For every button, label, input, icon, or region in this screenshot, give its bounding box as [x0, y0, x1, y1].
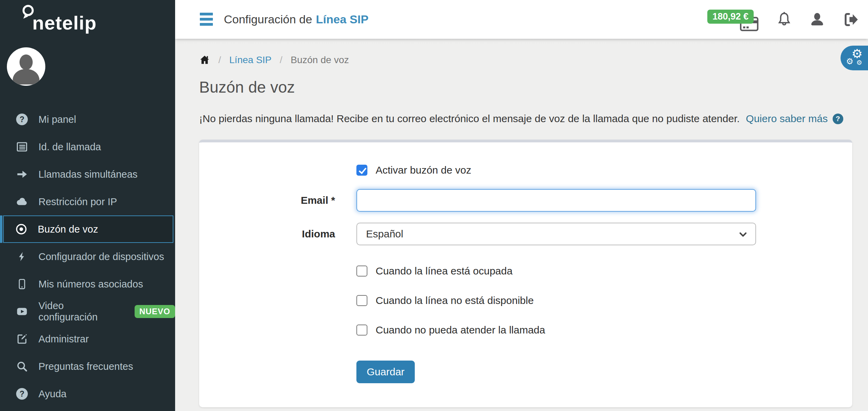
- topbar-title-accent: Línea SIP: [316, 13, 368, 26]
- sidebar-item-video-configuracion[interactable]: Video configuración NUEVO: [0, 298, 175, 325]
- sidebar-item-mis-numeros-asociados[interactable]: Mis números asociados: [0, 270, 175, 298]
- sidebar-item-ayuda[interactable]: ? Ayuda: [0, 380, 175, 408]
- sidebar: netelip ? Mi panel Id. de llamada: [0, 0, 175, 411]
- sidebar-item-administrar[interactable]: Administrar: [0, 325, 175, 353]
- save-button[interactable]: Guardar: [356, 361, 415, 383]
- sidebar-item-preguntas-frecuentes[interactable]: Preguntas frecuentes: [0, 353, 175, 380]
- sidebar-item-buzon-de-voz[interactable]: Buzón de voz: [3, 215, 173, 243]
- language-row: Idioma Español: [199, 223, 852, 245]
- sidebar-item-mi-panel[interactable]: ? Mi panel: [0, 106, 175, 133]
- sidebar-item-label: Id. de llamada: [38, 141, 101, 153]
- record-icon: [15, 223, 27, 235]
- sidebar-item-configurador-de-dispositivos[interactable]: Configurador de dispositivos: [0, 243, 175, 270]
- line-unavailable-checkbox[interactable]: [356, 295, 367, 306]
- language-label: Idioma: [199, 228, 356, 240]
- page-description-row: ¡No pierdas ninguna llamada! Recibe en t…: [199, 113, 852, 125]
- sidebar-item-label: Buzón de voz: [38, 224, 98, 235]
- gear-icon: ⚙: [846, 57, 854, 66]
- balance-widget[interactable]: 180,92 €: [707, 4, 760, 35]
- topbar-title: Configuración de Línea SIP: [224, 0, 368, 39]
- brand-name: netelip: [32, 12, 96, 34]
- nuevo-badge: NUEVO: [135, 305, 175, 318]
- breadcrumb: / Línea SIP / Buzón de voz: [199, 55, 852, 66]
- breadcrumb-separator: /: [280, 55, 283, 66]
- hamburger-menu-icon[interactable]: [200, 13, 213, 26]
- language-selected-value: Español: [366, 228, 403, 240]
- activate-voicemail-checkbox[interactable]: [356, 165, 367, 176]
- learn-more-link[interactable]: Quiero saber más: [746, 113, 827, 125]
- question-circle-icon: ?: [16, 113, 28, 126]
- help-icon[interactable]: ?: [833, 114, 843, 124]
- save-row: Guardar: [199, 361, 852, 383]
- email-field[interactable]: [356, 189, 756, 212]
- balance-badge: 180,92 €: [707, 10, 754, 24]
- gear-icon: ⚙: [856, 59, 862, 66]
- line-busy-label: Cuando la línea está ocupada: [376, 265, 513, 277]
- sidebar-item-label: Mi panel: [38, 114, 76, 125]
- sidebar-item-label: Ayuda: [38, 388, 67, 400]
- play-icon: [16, 305, 28, 318]
- list-icon: [16, 141, 28, 153]
- chevron-down-icon: [738, 230, 748, 242]
- option-row: Cuando la línea está ocupada: [199, 265, 852, 277]
- breadcrumb-current: Buzón de voz: [291, 55, 349, 66]
- sidebar-item-label: Administrar: [38, 333, 89, 345]
- sidebar-item-label: Video configuración: [38, 300, 115, 323]
- home-icon[interactable]: [199, 55, 210, 65]
- activate-voicemail-label: Activar buzón de voz: [376, 164, 471, 176]
- notifications-bell-icon[interactable]: [776, 11, 792, 28]
- option-row: Cuando la línea no está disponible: [199, 295, 852, 306]
- sidebar-item-label: Llamadas simultáneas: [38, 169, 138, 180]
- bolt-icon: [16, 250, 28, 263]
- no-answer-label: Cuando no pueda atender la llamada: [376, 324, 545, 336]
- voicemail-form-card: Activar buzón de voz Email * Idioma Espa…: [199, 140, 852, 407]
- active-item-strip: [0, 215, 2, 243]
- edit-icon: [16, 333, 28, 345]
- avatar[interactable]: [7, 47, 45, 86]
- no-answer-checkbox[interactable]: [356, 325, 367, 336]
- cloud-icon: [16, 196, 28, 208]
- sidebar-item-label: Preguntas frecuentes: [38, 361, 133, 372]
- netelip-logo[interactable]: netelip: [19, 3, 122, 37]
- line-busy-checkbox[interactable]: [356, 266, 367, 277]
- page-title: Buzón de voz: [199, 78, 852, 96]
- line-unavailable-label: Cuando la línea no está disponible: [376, 295, 534, 306]
- topbar-actions: 180,92 €: [707, 0, 859, 39]
- email-label: Email *: [199, 195, 356, 206]
- question-circle-icon: ?: [16, 388, 28, 400]
- user-silhouette-icon: [9, 51, 43, 85]
- logout-icon[interactable]: [842, 11, 859, 28]
- sidebar-item-label: Configurador de dispositivos: [38, 251, 164, 262]
- topbar-title-prefix: Configuración de: [224, 13, 312, 26]
- user-profile-icon[interactable]: [809, 11, 825, 28]
- email-row: Email *: [199, 189, 852, 212]
- option-row: Cuando no pueda atender la llamada: [199, 324, 852, 336]
- sidebar-item-label: Mis números asociados: [38, 279, 143, 290]
- smartphone-icon: [16, 278, 28, 290]
- main-content: / Línea SIP / Buzón de voz Buzón de voz …: [175, 39, 868, 411]
- sidebar-item-llamadas-simultaneas[interactable]: Llamadas simultáneas: [0, 161, 175, 188]
- language-select[interactable]: Español: [356, 223, 756, 245]
- page-description: ¡No pierdas ninguna llamada! Recibe en t…: [199, 113, 740, 125]
- sidebar-item-restriccion-por-ip[interactable]: Restricción por IP: [0, 188, 175, 215]
- breadcrumb-separator: /: [218, 55, 221, 66]
- topbar: Configuración de Línea SIP 180,92 €: [175, 0, 868, 39]
- settings-gear-tab[interactable]: ⚙ ⚙ ⚙: [841, 46, 868, 70]
- search-icon: [16, 360, 28, 373]
- sidebar-item-id-de-llamada[interactable]: Id. de llamada: [0, 133, 175, 161]
- breadcrumb-link-linea-sip[interactable]: Línea SIP: [229, 55, 272, 66]
- activate-row: Activar buzón de voz: [199, 164, 852, 176]
- sidebar-nav: ? Mi panel Id. de llamada Llamadas simul…: [0, 106, 175, 408]
- arrow-right-icon: [16, 168, 28, 180]
- sidebar-item-label: Restricción por IP: [38, 196, 117, 208]
